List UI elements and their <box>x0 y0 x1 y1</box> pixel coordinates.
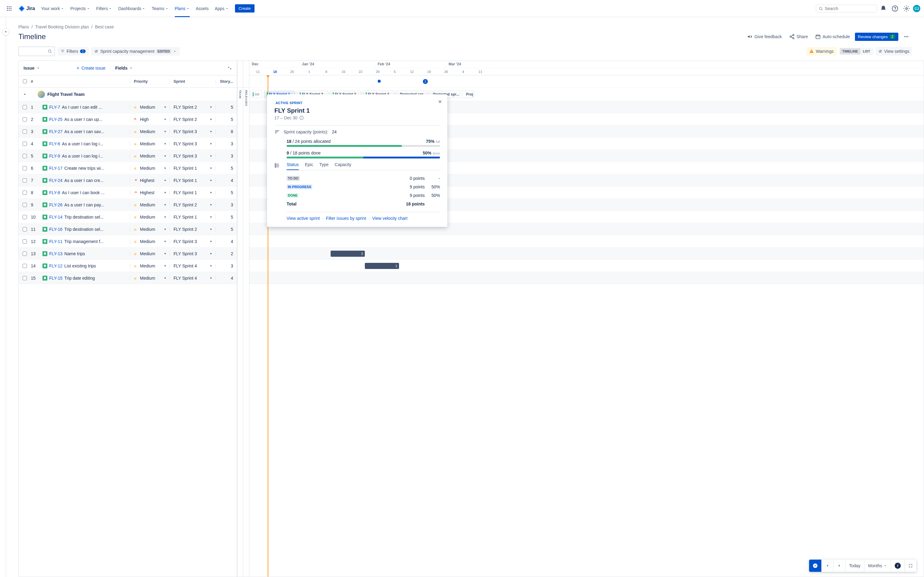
issue-key[interactable]: FLY-7 <box>49 105 60 110</box>
sprint-dropdown[interactable]: ▾ <box>210 215 212 219</box>
fields-dropdown[interactable]: Fields <box>115 66 128 71</box>
issue-summary[interactable]: Trip destination sel... <box>65 214 104 219</box>
help-icon[interactable] <box>890 3 900 14</box>
issue-summary[interactable]: List existing trips <box>65 263 96 268</box>
sprint-dropdown[interactable]: ▾ <box>210 276 212 280</box>
issue-summary[interactable]: As I user I can edit ... <box>62 105 102 110</box>
story-points[interactable]: 8 <box>215 129 237 134</box>
search-input[interactable] <box>825 6 874 11</box>
story-points[interactable]: 4 <box>215 178 237 183</box>
team-rail-label[interactable]: TEAM <box>237 88 243 101</box>
priority-column-header[interactable]: Priority <box>130 79 170 84</box>
notifications-icon[interactable] <box>878 3 888 14</box>
expand-sidebar-button[interactable] <box>2 28 10 35</box>
row-checkbox[interactable] <box>23 276 27 280</box>
releases-rail-label[interactable]: RELEASES <box>243 88 249 109</box>
issue-column-header[interactable]: Issue <box>24 66 34 71</box>
row-checkbox[interactable] <box>23 117 27 121</box>
issue-key[interactable]: FLY-25 <box>49 117 63 122</box>
issue-key[interactable]: FLY-26 <box>49 202 63 207</box>
issue-key[interactable]: FLY-11 <box>49 239 63 244</box>
story-points[interactable]: 2 <box>215 251 237 256</box>
priority-dropdown[interactable]: ▾ <box>165 179 166 182</box>
collapse-team-icon[interactable] <box>19 92 31 97</box>
priority-dropdown[interactable]: ▾ <box>165 240 166 243</box>
gantt-bar[interactable]: 2 <box>331 251 365 257</box>
issue-row[interactable]: 9 FLY-26 As a user I can pay... Medium▾ … <box>19 199 237 211</box>
issue-summary[interactable]: Trip destination sel... <box>65 227 104 232</box>
issue-row[interactable]: 7 FLY-24 As a user I can cre... Highest▾… <box>19 174 237 187</box>
chevron-down-icon[interactable] <box>129 66 133 70</box>
issue-row[interactable]: 14 FLY-12 List existing trips Medium▾ FL… <box>19 260 237 272</box>
story-points[interactable]: 5 <box>215 190 237 195</box>
sprint-chip[interactable]: int <box>250 91 262 98</box>
layout-icon[interactable] <box>275 163 280 168</box>
story-points[interactable]: 5 <box>215 214 237 219</box>
priority-dropdown[interactable]: ▾ <box>165 130 166 133</box>
priority-dropdown[interactable]: ▾ <box>165 227 166 231</box>
story-points[interactable]: 5 <box>215 105 237 110</box>
issue-summary[interactable]: As I user I can book ... <box>62 190 105 195</box>
sprint-dropdown[interactable]: ▾ <box>210 154 212 158</box>
points-column-header[interactable]: Story... <box>215 79 237 84</box>
nav-filters[interactable]: Filters <box>94 4 115 13</box>
expand-columns-icon[interactable] <box>228 66 232 70</box>
view-active-sprint-link[interactable]: View active sprint <box>287 216 320 221</box>
issue-summary[interactable]: As a user I can up... <box>65 117 103 122</box>
issue-key[interactable]: FLY-24 <box>49 178 63 183</box>
issue-row[interactable]: 3 FLY-27 As a user I can sav... Medium▾ … <box>19 126 237 138</box>
issue-summary[interactable]: As a user I can pay... <box>65 202 104 207</box>
tab-type[interactable]: Type <box>319 162 328 170</box>
nav-teams[interactable]: Teams <box>149 4 171 13</box>
auto-schedule-button[interactable]: Auto-schedule <box>813 32 853 41</box>
close-icon[interactable] <box>438 99 443 104</box>
user-avatar[interactable]: CJ <box>913 5 920 12</box>
list-view-option[interactable]: LIST <box>861 48 873 54</box>
story-points[interactable]: 5 <box>215 227 237 232</box>
nav-assets[interactable]: Assets <box>194 4 211 13</box>
filter-issues-link[interactable]: Filter issues by sprint <box>326 216 366 221</box>
story-points[interactable]: 4 <box>215 239 237 244</box>
issue-summary[interactable]: As a user I can log i... <box>62 153 103 158</box>
issue-row[interactable]: 11 FLY-16 Trip destination sel... Medium… <box>19 223 237 235</box>
issue-key[interactable]: FLY-16 <box>49 227 63 232</box>
row-checkbox[interactable] <box>23 215 27 219</box>
sprint-dropdown[interactable]: ▾ <box>210 264 212 268</box>
issue-row[interactable]: 2 FLY-25 As a user I can up... High▾ FLY… <box>19 113 237 126</box>
row-checkbox[interactable] <box>23 142 27 146</box>
tab-epic[interactable]: Epic <box>305 162 313 170</box>
issue-summary[interactable]: As a user I can log i... <box>62 141 103 146</box>
issue-row[interactable]: 13 FLY-13 Name trips Medium▾ FLY Sprint … <box>19 248 237 260</box>
issue-summary[interactable]: Trip management f... <box>65 239 104 244</box>
row-checkbox[interactable] <box>23 105 27 109</box>
story-points[interactable]: 3 <box>215 141 237 146</box>
row-checkbox[interactable] <box>23 129 27 134</box>
sprint-dropdown[interactable]: ▾ <box>210 252 212 255</box>
row-checkbox[interactable] <box>23 190 27 195</box>
jira-logo[interactable]: Jira <box>16 5 37 12</box>
issue-row[interactable]: 15 FLY-15 Trip date editing Medium▾ FLY … <box>19 272 237 284</box>
sprint-column-header[interactable]: Sprint <box>170 79 215 84</box>
scroll-right-button[interactable] <box>834 559 845 572</box>
sprint-dropdown[interactable]: ▾ <box>210 118 212 121</box>
today-button[interactable]: Today <box>845 559 864 572</box>
sprint-dropdown[interactable]: ▾ <box>210 166 212 170</box>
row-checkbox[interactable] <box>23 166 27 170</box>
issue-search-box[interactable] <box>18 47 55 56</box>
timeline-view-option[interactable]: TIMELINE <box>840 48 861 54</box>
tab-status[interactable]: Status <box>287 162 299 170</box>
warnings-chip[interactable]: Warnings <box>806 47 837 56</box>
nav-plans[interactable]: Plans <box>172 4 192 13</box>
row-checkbox[interactable] <box>23 251 27 256</box>
priority-dropdown[interactable]: ▾ <box>165 118 166 121</box>
issue-row[interactable]: 10 FLY-14 Trip destination sel... Medium… <box>19 211 237 223</box>
issue-row[interactable]: 5 FLY-9 As a user I can log i... Medium▾… <box>19 150 237 162</box>
row-checkbox[interactable] <box>23 264 27 268</box>
priority-dropdown[interactable]: ▾ <box>165 191 166 194</box>
share-button[interactable]: Share <box>787 32 810 41</box>
create-button[interactable]: Create <box>235 4 255 13</box>
priority-dropdown[interactable]: ▾ <box>165 276 166 280</box>
sprint-dropdown[interactable]: ▾ <box>210 142 212 145</box>
row-checkbox[interactable] <box>23 227 27 231</box>
priority-dropdown[interactable]: ▾ <box>165 154 166 158</box>
